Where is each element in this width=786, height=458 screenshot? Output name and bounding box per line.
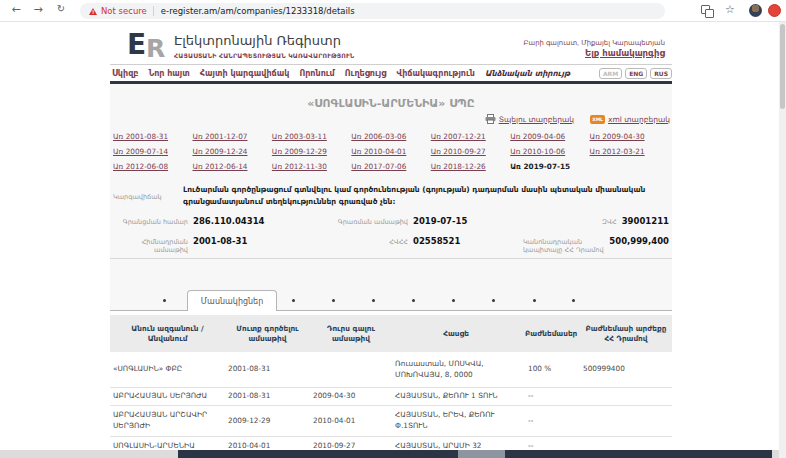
tab-dot[interactable] — [372, 299, 375, 302]
record-date-value: 2019-07-15 — [413, 216, 467, 226]
browser-back-icon[interactable]: ← — [8, 3, 24, 16]
browser-avatar[interactable] — [749, 4, 762, 17]
horizontal-scroll-area[interactable] — [0, 450, 779, 458]
snapshot-link[interactable]: Առ 2001-12-07 — [192, 132, 271, 141]
snapshot-link[interactable]: Առ 2003-03-11 — [272, 132, 351, 141]
address-bar[interactable]: Not secure e-register.am/am/companies/12… — [80, 3, 665, 19]
tax-id-value: 02558521 — [413, 236, 460, 246]
exit-date: 2009-04-30 — [310, 389, 392, 404]
snapshot-link[interactable]: Առ 2010-10-06 — [510, 147, 589, 156]
snapshot-link[interactable]: Առ 2009-04-06 — [510, 132, 589, 141]
snapshot-link[interactable]: Առ 2009-12-29 — [272, 147, 351, 156]
logo-mark-r: R — [146, 34, 165, 63]
snapshot-link[interactable]: Առ 2001-08-31 — [113, 132, 192, 141]
not-secure-label[interactable]: Not secure — [101, 6, 147, 16]
col-address-header: Հասցե — [392, 327, 520, 340]
header-divider — [110, 64, 672, 65]
exit-date: 2010-04-01 — [310, 414, 392, 429]
nav-item-statistics[interactable]: Վիճակագրություն — [396, 69, 475, 78]
nav-item-search[interactable]: Որոնում — [299, 69, 334, 78]
share-percent: -- — [520, 414, 580, 429]
company-title: «ՍՈԳԼԱՍԻՆ-ԱՐՄԵՆԻԱ» ՍՊԸ — [110, 97, 672, 110]
print-version-link[interactable]: Տպելու տարբերակ — [485, 114, 574, 124]
tab-dot[interactable] — [412, 299, 415, 302]
tab-dot[interactable] — [292, 299, 295, 302]
address: ՀԱՅԱՍՏԱՆ, ՔԵՌՈՒ 1 ՏՈՒՆ — [392, 389, 520, 404]
tab-dot[interactable] — [452, 299, 455, 302]
address: ՀԱՅԱՍՏԱՆ, ԵՐԵՎ, ՔԵՌՈՒ Փ.1ՏՈՒՆ — [392, 408, 520, 433]
col-share-value-header: Բաժնեմասի արժեքը ՀՀ Դրամով — [580, 322, 672, 345]
tab-dot[interactable] — [163, 299, 166, 302]
col-share-header: Բաժնեմասեր — [520, 327, 580, 340]
entry-date: 2001-08-31 — [225, 389, 310, 404]
language-switcher: ARM ENG RUS — [560, 68, 672, 79]
logo-mark-e: E — [127, 28, 146, 61]
tab-participants[interactable]: Մասնակիցներ — [187, 290, 277, 311]
snapshot-link[interactable]: Առ 2010-04-01 — [351, 147, 430, 156]
horizontal-scrollbar-thumb[interactable] — [458, 450, 505, 458]
snapshot-link[interactable]: Առ 2007-12-21 — [431, 132, 510, 141]
charter-capital-value: 500,999,400 — [609, 236, 669, 246]
snapshot-link[interactable]: Առ 2018-12-26 — [431, 162, 510, 171]
snapshot-link[interactable]: Առ 2012-06-14 — [192, 162, 271, 171]
lang-eng-button[interactable]: ENG — [625, 68, 647, 79]
profile-badge-icon[interactable] — [768, 4, 781, 17]
zvh-label: ԶՎՀ — [602, 218, 617, 226]
nav-item-guide[interactable]: Ուղեցույց — [345, 69, 387, 78]
tax-id-label: ՀՎՀՀ — [308, 238, 408, 246]
browser-forward-icon[interactable]: → — [30, 3, 46, 16]
tab-dot[interactable] — [492, 299, 495, 302]
snapshot-link[interactable]: Առ 2012-06-08 — [113, 162, 192, 171]
table-row: «ՍՈԳԼԱՍԻՆ» ՓԲԸ 2001-08-31 Ռուսաստան, ՄՈՍ… — [110, 352, 672, 388]
welcome-text: Բարի գալուստ, Միքայել Կարապետյան — [360, 39, 665, 47]
print-version-label: Տպելու տարբերակ — [499, 115, 574, 124]
zvh-value: 39001211 — [622, 216, 669, 226]
not-secure-warning-icon — [89, 8, 97, 15]
share-percent: -- — [520, 389, 580, 404]
nav-item-application-status[interactable]: Հայտի կարգավիճակ — [200, 69, 290, 78]
snapshot-link[interactable]: Առ 2017-07-06 — [351, 162, 430, 171]
nav-item-new-application[interactable]: Նոր հայտ — [148, 69, 189, 78]
participant-name: ԱԲՐԱՀԱՄՅԱՆ ՍԵՐՅՈԺԱ — [110, 389, 225, 404]
share-value: 500999400 — [580, 362, 672, 377]
printer-icon — [485, 114, 496, 124]
xml-version-label: xml տարբերակ — [608, 115, 670, 124]
browser-toolbar: ← → ↻ Not secure e-register.am/am/compan… — [0, 0, 786, 22]
lang-rus-button[interactable]: RUS — [650, 68, 672, 79]
vertical-scrollbar[interactable] — [779, 22, 786, 458]
url-text[interactable]: e-register.am/am/companies/1233318/detai… — [161, 6, 355, 16]
table-header: Անուն ազգանուն / Անվանում Մուտք գործելու… — [110, 315, 672, 352]
url-separator — [153, 6, 154, 16]
translate-icon[interactable] — [701, 5, 710, 14]
col-name-header: Անուն ազգանուն / Անվանում — [110, 322, 225, 345]
snapshot-link[interactable]: Առ 2010-09-27 — [431, 147, 510, 156]
exit-date — [310, 368, 392, 372]
snapshot-link[interactable]: Առ 2006-03-06 — [351, 132, 430, 141]
xml-version-link[interactable]: XML xml տարբերակ — [590, 115, 670, 124]
charter-capital-label: Կանոնադրական կապիտալը ՀՀ Դրամով — [523, 238, 604, 254]
snapshot-link[interactable]: Առ 2009-07-14 — [113, 147, 192, 156]
snapshot-link[interactable]: Առ 2009-04-30 — [590, 132, 669, 141]
browser-reload-icon[interactable]: ↻ — [53, 3, 69, 14]
col-entry-date-header: Մուտք գործելու ամսաթիվ — [225, 322, 310, 345]
snapshot-current: Առ 2019-07-15 — [510, 162, 589, 171]
status-text: Լուծարման գործընթացում գտնվելու կամ գործ… — [183, 184, 669, 207]
nav-item-home[interactable]: Սկիզբ — [112, 69, 138, 78]
entry-date: 2009-12-29 — [225, 414, 310, 429]
tab-dot[interactable] — [572, 299, 575, 302]
share-value — [580, 395, 672, 399]
bookmark-star-icon[interactable]: ☆ — [725, 3, 735, 16]
nav-item-personal-area[interactable]: Անձնական տիրույթ — [485, 69, 570, 78]
status-section: Կարգավիճակ Լուծարման գործընթացում գտնվել… — [113, 184, 669, 207]
tab-dot[interactable] — [533, 299, 536, 302]
snapshot-link[interactable]: Առ 2012-11-30 — [272, 162, 351, 171]
snapshot-link[interactable]: Առ 2012-03-21 — [590, 147, 669, 156]
vertical-scrollbar-thumb[interactable] — [780, 24, 785, 109]
logout-link[interactable]: Ելք համակարգից — [360, 48, 665, 58]
snapshot-link[interactable]: Առ 2009-12-24 — [192, 147, 271, 156]
site-subtitle: ՀԱՅԱՍՏԱՆԻ ՀԱՆՐԱՊԵՏՈՒԹՅԱՆ ԿԱՌԱՎԱՐՈՒԹՅՈՒՆ — [174, 52, 354, 59]
tab-dot[interactable] — [332, 299, 335, 302]
status-label: Կարգավիճակ — [113, 184, 183, 207]
foundation-date-label: Հիմնադրման ամսաթիվ — [113, 238, 188, 254]
lang-arm-button[interactable]: ARM — [599, 68, 622, 79]
